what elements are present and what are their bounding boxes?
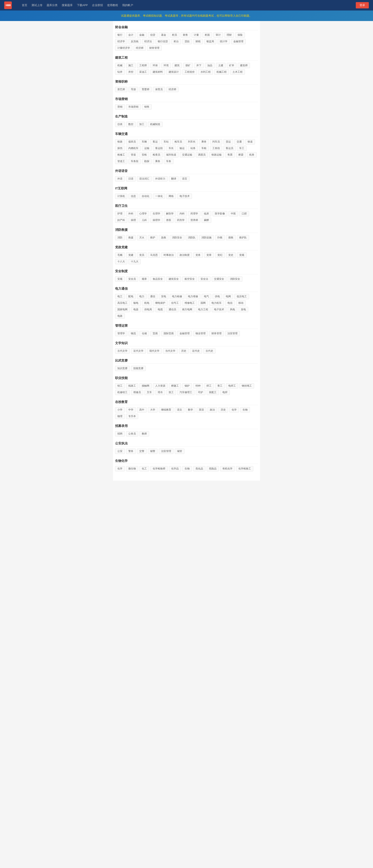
tag-消防[interactable]: 消防 [115, 235, 125, 240]
tag-兽医[interactable]: 兽医 [164, 218, 173, 223]
tag-铁道[interactable]: 铁道 [245, 139, 255, 145]
tag-车务[interactable]: 车务 [164, 159, 173, 164]
tag-钢丝绳工[interactable]: 钢丝绳工 [239, 383, 254, 389]
tag-电器[interactable]: 电器 [131, 307, 141, 312]
tag-低压电工[interactable]: 低压电工 [234, 294, 249, 299]
tag-语法词汇[interactable]: 语法词汇 [137, 176, 151, 181]
tag-输电[interactable]: 输电 [131, 301, 141, 306]
tag-党纪[interactable]: 党纪 [215, 252, 225, 258]
tag-水利工程[interactable]: 水利工程 [198, 69, 213, 74]
tag-乘务[interactable]: 乘务 [153, 159, 163, 164]
nav-item-home[interactable]: 首页 [22, 2, 27, 8]
tag-消防安全[interactable]: 消防安全 [170, 235, 184, 240]
tag-古代史[interactable]: 古代史 [203, 348, 215, 353]
tag-特种[interactable]: 特种 [193, 383, 203, 389]
tag-客运[interactable]: 客运 [150, 139, 160, 145]
tag-机务[interactable]: 机务 [247, 152, 257, 157]
tag-通信[interactable]: 通信 [148, 294, 158, 299]
tag-统计学[interactable]: 统计学 [217, 39, 230, 44]
tag-计量[interactable]: 计量 [192, 32, 201, 38]
tag-国际贸易[interactable]: 国际贸易 [161, 331, 176, 336]
tag-十九大[interactable]: 十九大 [129, 259, 141, 264]
tag-列车长[interactable]: 列车长 [186, 139, 198, 145]
tag-经济师[interactable]: 经济师 [134, 45, 146, 51]
tag-车辆[interactable]: 车辆 [139, 139, 149, 145]
tag-消防安全[interactable]: 消防安全 [228, 276, 242, 282]
tag-接触网[interactable]: 接触网 [139, 383, 151, 389]
tag-电焊[interactable]: 电焊 [220, 390, 230, 395]
tag-国家电网[interactable]: 国家电网 [115, 307, 130, 312]
tag-化学检验师[interactable]: 化学检验师 [150, 466, 168, 471]
tag-营销[interactable]: 营销 [115, 104, 125, 110]
tag-外语[interactable]: 外语 [115, 176, 125, 181]
tag-土木工程[interactable]: 土木工程 [230, 69, 245, 74]
login-button[interactable]: 登录 [356, 2, 369, 8]
tag-危化品[interactable]: 危化品 [193, 466, 205, 471]
tag-经济法[interactable]: 经济法 [142, 39, 154, 44]
tag-铁路[interactable]: 铁路 [115, 139, 125, 145]
tag-油品[interactable]: 油品 [205, 63, 215, 68]
tag-检查员[interactable]: 检查员 [150, 152, 163, 157]
tag-化学[interactable]: 化学 [115, 466, 125, 471]
tag-销售[interactable]: 销售 [142, 104, 151, 110]
tag-仪表[interactable]: 仪表 [115, 122, 125, 127]
tag-育婴师[interactable]: 育婴师 [139, 87, 151, 92]
tag-数学[interactable]: 数学 [186, 407, 195, 412]
tag-近代史[interactable]: 近代史 [190, 348, 202, 353]
tag-药理学[interactable]: 药理学 [188, 211, 200, 216]
tag-救援[interactable]: 救援 [126, 235, 136, 240]
tag-电子技术[interactable]: 电子技术 [177, 194, 192, 199]
tag-汽车修理工[interactable]: 汽车修理工 [177, 390, 195, 395]
tag-货运[interactable]: 货运 [224, 139, 233, 145]
tag-灭火[interactable]: 灭火 [137, 235, 146, 240]
tag-反洗钱[interactable]: 反洗钱 [129, 39, 141, 44]
tag-金融管理[interactable]: 金融管理 [177, 331, 192, 336]
tag-化学检验工[interactable]: 化学检验工 [236, 466, 253, 471]
tag-招聘[interactable]: 招聘 [115, 431, 125, 436]
tag-装配工[interactable]: 装配工 [207, 390, 219, 395]
tag-药剂学[interactable]: 药剂学 [175, 218, 187, 223]
tag-心理学[interactable]: 心理学 [137, 211, 149, 216]
tag-桥梁[interactable]: 桥梁 [236, 152, 246, 157]
tag-移动[interactable]: 移动 [236, 301, 246, 306]
tag-井控[interactable]: 井控 [126, 69, 136, 74]
tag-工程造价[interactable]: 工程造价 [182, 69, 197, 74]
tag-建筑安全[interactable]: 建筑安全 [166, 276, 181, 282]
tag-塔吊[interactable]: 塔吊 [156, 390, 165, 395]
tag-公安[interactable]: 公安 [115, 448, 125, 454]
tag-专升本[interactable]: 专升本 [126, 414, 138, 419]
tag-钻井[interactable]: 钻井 [115, 69, 125, 74]
tag-机电[interactable]: 机电 [142, 301, 151, 306]
tag-工程师[interactable]: 工程师 [137, 63, 149, 68]
tag-线路工[interactable]: 线路工 [126, 383, 138, 389]
tag-财税[interactable]: 财税 [193, 39, 203, 44]
tag-工务段[interactable]: 工务段 [210, 146, 222, 151]
tag-中学[interactable]: 中学 [126, 407, 136, 412]
tag-电信[interactable]: 电信 [225, 301, 235, 306]
tag-英语[interactable]: 英语 [197, 407, 206, 412]
tag-电力维修[interactable]: 电力维修 [186, 294, 200, 299]
tag-内科[interactable]: 内科 [177, 211, 187, 216]
tag-当代文学[interactable]: 当代文学 [163, 348, 178, 353]
tag-救护[interactable]: 救护 [148, 235, 158, 240]
tag-交警[interactable]: 交警 [137, 448, 146, 454]
tag-古代文学[interactable]: 古代文学 [115, 348, 130, 353]
tag-风电[interactable]: 风电 [228, 307, 237, 312]
tag-治安管理[interactable]: 治安管理 [225, 331, 240, 336]
tag-柜员[interactable]: 柜员 [170, 32, 179, 38]
tag-物业管理[interactable]: 物业管理 [193, 331, 208, 336]
tag-历史[interactable]: 历史 [179, 348, 189, 353]
tag-会计[interactable]: 会计 [126, 32, 136, 38]
tag-危险品[interactable]: 危险品 [207, 466, 219, 471]
tag-经济师[interactable]: 经济师 [166, 87, 178, 92]
tag-现代文学[interactable]: 现代文学 [147, 348, 162, 353]
tag-交通运输[interactable]: 交通运输 [180, 152, 195, 157]
tag-安全法[interactable]: 安全法 [198, 276, 210, 282]
tag-中医[interactable]: 中医 [229, 211, 238, 216]
tag-供电局[interactable]: 供电局 [142, 307, 154, 312]
tag-警务[interactable]: 警务 [126, 448, 136, 454]
tag-交通[interactable]: 交通 [234, 139, 244, 145]
tag-管道[interactable]: 管道 [129, 152, 138, 157]
tag-有机化学[interactable]: 有机化学 [220, 466, 235, 471]
tag-桥隧工[interactable]: 桥隧工 [169, 383, 181, 389]
